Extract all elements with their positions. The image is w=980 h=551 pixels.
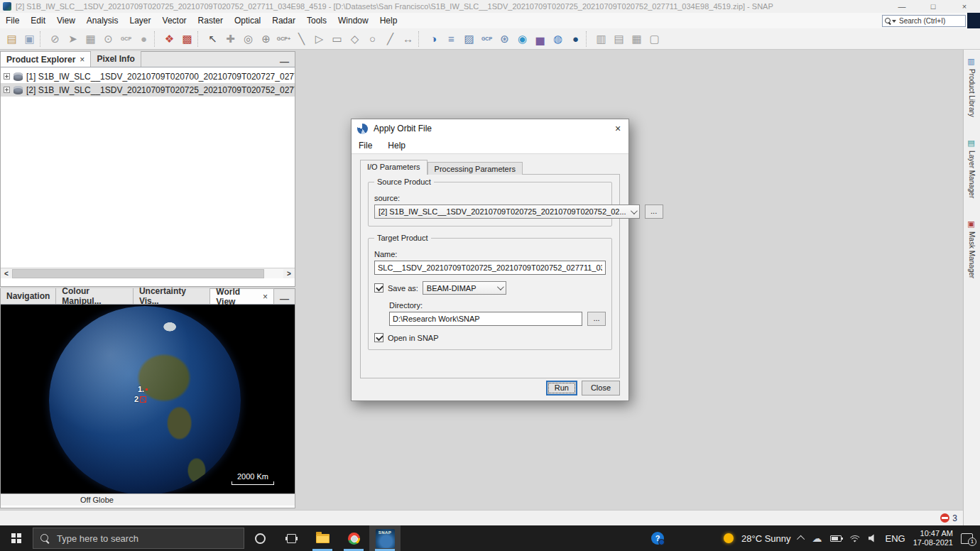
- layer-manager-icon[interactable]: ≡: [442, 31, 460, 48]
- tab-pixel-info[interactable]: Pixel Info: [91, 51, 141, 67]
- tray-overflow-icon[interactable]: [796, 535, 804, 543]
- horizontal-scrollbar[interactable]: < >: [1, 268, 295, 278]
- tile-single-icon[interactable]: ▢: [646, 31, 663, 48]
- menu-item[interactable]: Raster: [192, 16, 229, 26]
- dialog-close-action-button[interactable]: Close: [582, 381, 620, 395]
- gcp-manager-icon[interactable]: GCP: [478, 31, 496, 48]
- weather-sun-icon[interactable]: [724, 533, 734, 543]
- product-tree-item-1[interactable]: [1] S1B_IW_SLC__1SDV_20210709T020700_202…: [1, 70, 295, 83]
- menu-item[interactable]: Analysis: [81, 16, 124, 26]
- tab-uncertainty-visualisation[interactable]: Uncertainty Vis...: [134, 288, 210, 304]
- tab-product-explorer[interactable]: Product Explorer ×: [1, 51, 91, 67]
- tab-processing-parameters[interactable]: Processing Parameters: [428, 162, 523, 175]
- run-button[interactable]: Run: [546, 381, 577, 395]
- colour-manipulation-icon[interactable]: ◑: [425, 31, 442, 48]
- volume-icon[interactable]: [869, 534, 878, 542]
- menu-item[interactable]: Vector: [157, 16, 192, 26]
- selection-tool-icon[interactable]: ↖: [204, 31, 222, 48]
- menu-item[interactable]: Tools: [301, 16, 332, 26]
- pin-overlay-icon[interactable]: ⊙: [99, 31, 117, 48]
- mask-manager-icon[interactable]: ▨: [460, 31, 478, 48]
- tab-colour-manipulation[interactable]: Colour Manipul...: [56, 288, 134, 304]
- polyline-tool-icon[interactable]: ▷: [310, 31, 328, 48]
- menu-item[interactable]: Edit: [25, 16, 51, 26]
- world-map-icon[interactable]: ●: [567, 31, 584, 48]
- dialog-close-button[interactable]: ×: [607, 119, 628, 138]
- format-combo[interactable]: BEAM-DIMAP: [423, 281, 506, 295]
- rectangle-tool-icon[interactable]: ▭: [328, 31, 346, 48]
- menu-item[interactable]: Layer: [124, 16, 157, 26]
- geometry-overlay-icon[interactable]: ➤: [64, 31, 82, 48]
- world-view-canvas[interactable]: 1. 2 2000 Km: [1, 305, 295, 493]
- dialog-menu-help[interactable]: Help: [388, 141, 405, 151]
- task-view-button[interactable]: [276, 525, 307, 551]
- tab-world-view[interactable]: World View ×: [210, 288, 274, 304]
- quick-search-box[interactable]: Search (Ctrl+I): [882, 15, 966, 27]
- scrollbar-track[interactable]: [12, 269, 283, 278]
- close-tab-icon[interactable]: ×: [263, 292, 268, 302]
- worldwind-view-icon[interactable]: ◍: [549, 31, 567, 48]
- error-icon[interactable]: [940, 513, 949, 523]
- get-help-icon[interactable]: ?: [651, 532, 664, 545]
- minimize-button[interactable]: —: [886, 0, 918, 13]
- language-indicator[interactable]: ENG: [886, 533, 905, 544]
- close-tab-icon[interactable]: ×: [80, 55, 85, 65]
- menu-item[interactable]: Radar: [266, 16, 301, 26]
- open-product-icon[interactable]: ▤: [3, 31, 21, 48]
- onedrive-cloud-icon[interactable]: ☁: [812, 533, 822, 543]
- weather-text[interactable]: 28°C Sunny: [741, 533, 791, 544]
- target-name-input[interactable]: [374, 261, 606, 275]
- menu-item[interactable]: View: [51, 16, 81, 26]
- battery-icon[interactable]: [830, 535, 842, 542]
- menu-item[interactable]: Window: [332, 16, 374, 26]
- expand-icon[interactable]: [4, 87, 10, 93]
- start-button[interactable]: [0, 525, 33, 551]
- polygon-tool-icon[interactable]: ◇: [346, 31, 364, 48]
- measure-tool-icon[interactable]: ↔: [399, 31, 417, 48]
- pin-placing-tool-icon[interactable]: ⊕: [257, 31, 275, 48]
- directory-browse-button[interactable]: ...: [587, 312, 606, 326]
- gcp-overlay-icon[interactable]: GCP: [117, 31, 135, 48]
- histogram-icon[interactable]: ▅: [531, 31, 549, 48]
- gcp-placing-tool-icon[interactable]: GCP+: [275, 31, 293, 48]
- scroll-right-icon[interactable]: >: [283, 270, 295, 278]
- product-library-tab[interactable]: ▥ Product Library: [967, 57, 976, 117]
- file-explorer-button[interactable]: [307, 525, 338, 551]
- layer-manager-tab[interactable]: ▤ Layer Manager: [967, 138, 976, 198]
- tile-vertically-icon[interactable]: ▤: [610, 31, 628, 48]
- tab-io-parameters[interactable]: I/O Parameters: [360, 160, 428, 175]
- graticule-overlay-icon[interactable]: ▦: [82, 31, 99, 48]
- close-button[interactable]: ×: [949, 0, 980, 13]
- graph-builder-icon[interactable]: ❖: [160, 31, 178, 48]
- restore-button[interactable]: □: [918, 0, 949, 13]
- source-product-combo[interactable]: [2] S1B_IW_SLC__1SDV_20210709T020725_202…: [374, 204, 640, 219]
- ellipse-tool-icon[interactable]: ○: [364, 31, 381, 48]
- cortana-button[interactable]: [244, 525, 276, 551]
- scrollbar-thumb[interactable]: [12, 269, 264, 278]
- action-center-icon[interactable]: 1: [961, 533, 973, 544]
- dialog-title-bar[interactable]: Apply Orbit File ×: [352, 119, 628, 138]
- line-tool-icon[interactable]: ╲: [293, 31, 310, 48]
- pan-tool-icon[interactable]: ✚: [222, 31, 239, 48]
- dialog-menu-file[interactable]: File: [359, 141, 372, 151]
- mask-manager-tab[interactable]: ▣ Mask Manager: [967, 219, 976, 278]
- chrome-button[interactable]: [338, 525, 369, 551]
- eye-icon[interactable]: ◉: [513, 31, 531, 48]
- product-tree-item-2[interactable]: [2] S1B_IW_SLC__1SDV_20210709T020725_202…: [1, 83, 295, 97]
- save-as-checkbox[interactable]: [374, 283, 383, 293]
- menu-item[interactable]: Help: [374, 16, 403, 26]
- expand-icon[interactable]: [4, 73, 10, 80]
- ellipse-overlay-icon[interactable]: ●: [135, 31, 153, 48]
- open-in-snap-checkbox[interactable]: [374, 333, 383, 342]
- batch-processing-icon[interactable]: ▩: [178, 31, 196, 48]
- menu-item[interactable]: File: [0, 16, 25, 26]
- tab-navigation[interactable]: Navigation: [1, 288, 56, 304]
- snap-taskbar-button[interactable]: SNAP: [369, 525, 401, 551]
- taskbar-search-box[interactable]: Type here to search: [33, 528, 244, 549]
- no-data-overlay-icon[interactable]: ⊘: [46, 31, 64, 48]
- zoom-tool-icon[interactable]: ◎: [239, 31, 257, 48]
- source-browse-button[interactable]: ...: [645, 204, 663, 219]
- taskbar-clock[interactable]: 10:47 AM 17-08-2021: [913, 529, 953, 547]
- directory-input[interactable]: [389, 312, 582, 326]
- minimize-panel-button[interactable]: —: [274, 56, 295, 67]
